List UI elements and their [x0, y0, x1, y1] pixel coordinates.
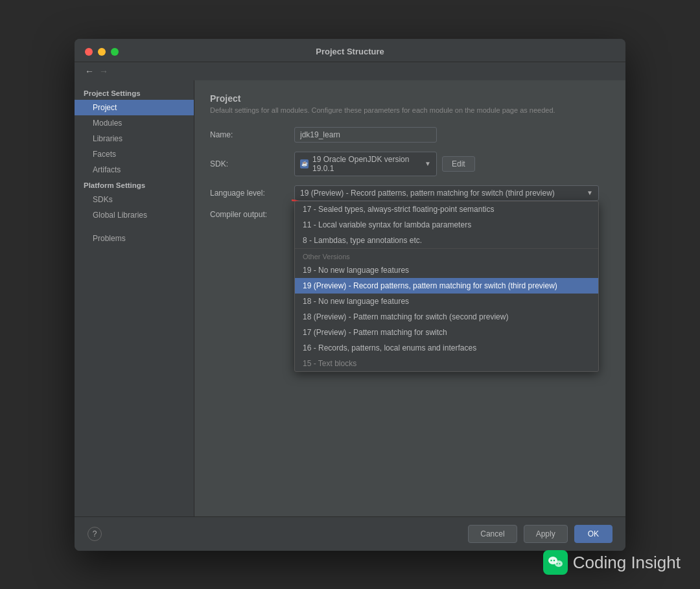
bottom-bar: ? Cancel Apply OK — [75, 516, 625, 551]
dialog-body: Project Settings Project Modules Librari… — [75, 80, 625, 516]
bottom-actions: Cancel Apply OK — [468, 525, 612, 543]
apply-button[interactable]: Apply — [524, 525, 568, 543]
sidebar-item-facets[interactable]: Facets — [75, 146, 194, 162]
close-button[interactable] — [85, 48, 93, 56]
dropdown-item-17-sealed[interactable]: 17 - Sealed types, always-strict floatin… — [295, 202, 598, 217]
sidebar-item-sdks[interactable]: SDKs — [75, 192, 194, 207]
forward-arrow[interactable]: → — [99, 66, 108, 76]
dropdown-item-11-local[interactable]: 11 - Local variable syntax for lambda pa… — [295, 217, 598, 233]
language-level-row: Language level: 19 (Preview) - Record pa… — [210, 185, 610, 201]
dropdown-item-19-preview[interactable]: 19 (Preview) - Record patterns, pattern … — [295, 278, 598, 294]
coding-insight-text: Coding Insight — [573, 553, 681, 573]
name-row: Name: — [210, 127, 610, 143]
svg-point-5 — [556, 563, 557, 564]
ok-button[interactable]: OK — [574, 525, 612, 543]
language-level-dropdown[interactable]: 19 (Preview) - Record patterns, pattern … — [294, 185, 599, 201]
sdk-controls: ☕ 19 Oracle OpenJDK version 19.0.1 ▼ Edi… — [294, 152, 475, 176]
sdk-value: 19 Oracle OpenJDK version 19.0.1 — [312, 155, 425, 173]
sidebar: Project Settings Project Modules Librari… — [75, 80, 194, 516]
minimize-button[interactable] — [98, 48, 106, 56]
sidebar-item-project[interactable]: Project — [75, 100, 194, 115]
project-structure-dialog: Project Structure ← → Project Settings P… — [75, 39, 625, 551]
platform-settings-label: Platform Settings — [75, 178, 194, 192]
help-button[interactable]: ? — [88, 527, 102, 541]
dropdown-item-18-preview[interactable]: 18 (Preview) - Pattern matching for swit… — [295, 309, 598, 325]
language-level-label: Language level: — [210, 185, 294, 198]
sdk-row: SDK: ☕ 19 Oracle OpenJDK version 19.0.1 … — [210, 152, 610, 176]
sdk-java-icon: ☕ — [300, 159, 309, 168]
sdk-dropdown[interactable]: ☕ 19 Oracle OpenJDK version 19.0.1 ▼ — [294, 152, 437, 176]
dropdown-item-16-records[interactable]: 16 - Records, patterns, local enums and … — [295, 340, 598, 356]
dropdown-item-8-lambdas[interactable]: 8 - Lambdas, type annotations etc. — [295, 233, 598, 248]
sidebar-item-libraries[interactable]: Libraries — [75, 131, 194, 146]
titlebar: Project Structure — [75, 39, 625, 62]
sdk-dropdown-arrow: ▼ — [425, 160, 431, 167]
back-arrow[interactable]: ← — [85, 66, 94, 76]
edit-sdk-button[interactable]: Edit — [442, 156, 475, 172]
language-dropdown-popup: 17 - Sealed types, always-strict floatin… — [294, 201, 599, 372]
compiler-output-label: Compiler output: — [210, 210, 294, 219]
sdk-label: SDK: — [210, 159, 294, 168]
svg-point-2 — [550, 560, 552, 561]
main-panel: Project Default settings for all modules… — [194, 80, 625, 516]
section-title: Project — [210, 93, 610, 104]
sidebar-item-artifacts[interactable]: Artifacts — [75, 162, 194, 178]
dropdown-item-17-preview[interactable]: 17 (Preview) - Pattern matching for swit… — [295, 325, 598, 340]
name-label: Name: — [210, 130, 294, 139]
sidebar-item-modules[interactable]: Modules — [75, 115, 194, 131]
svg-point-4 — [555, 560, 563, 567]
nav-arrows-bar: ← → — [75, 62, 625, 80]
dropdown-item-15-text[interactable]: 15 - Text blocks — [295, 356, 598, 371]
screen-background: Project Structure ← → Project Settings P… — [0, 0, 700, 589]
language-dropdown-arrow: ▼ — [587, 189, 593, 196]
dropdown-item-18-no-new[interactable]: 18 - No new language features — [295, 294, 598, 309]
maximize-button[interactable] — [111, 48, 119, 56]
project-settings-label: Project Settings — [75, 86, 194, 100]
language-dropdown-wrapper: 19 (Preview) - Record patterns, pattern … — [294, 185, 599, 201]
wechat-icon — [543, 550, 568, 575]
svg-point-6 — [559, 563, 560, 564]
window-controls — [85, 48, 119, 56]
language-level-value: 19 (Preview) - Record patterns, pattern … — [300, 189, 555, 198]
other-versions-header: Other Versions — [295, 248, 598, 262]
sidebar-item-problems[interactable]: Problems — [75, 231, 194, 246]
dialog-title: Project Structure — [316, 47, 384, 56]
coding-insight-watermark: Coding Insight — [543, 550, 681, 575]
dropdown-item-19-no-new[interactable]: 19 - No new language features — [295, 262, 598, 278]
sidebar-item-global-libraries[interactable]: Global Libraries — [75, 207, 194, 223]
section-desc: Default settings for all modules. Config… — [210, 106, 610, 114]
svg-point-3 — [554, 560, 555, 561]
cancel-button[interactable]: Cancel — [468, 525, 517, 543]
name-input[interactable] — [294, 127, 437, 143]
